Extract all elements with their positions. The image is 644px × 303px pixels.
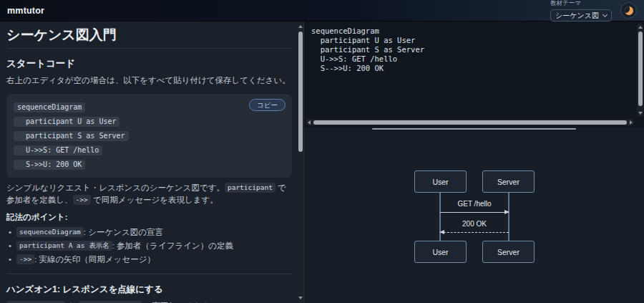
handson1-heading: ハンズオン1: レスポンスを点線にする <box>6 284 292 296</box>
main-layout: シーケンス図入門 スタートコード 右上のエディタが空の場合は、以下をすべて貼り付… <box>0 21 644 303</box>
list-item: sequenceDiagram: シーケンス図の宣言 <box>6 227 292 238</box>
actor-box-user-top: User <box>414 170 467 193</box>
arrowhead-left-icon <box>439 230 444 234</box>
code-line: participant S as Server <box>14 129 285 142</box>
points-list: sequenceDiagram: シーケンス図の宣言 participant A… <box>6 227 292 265</box>
theme-select[interactable]: シーケンス図 <box>550 9 612 21</box>
app-window: mmtutor 教材テーマ シーケンス図 シーケンス図入門 スタートコード 右上… <box>0 0 644 303</box>
code-editor[interactable]: sequenceDiagram participant U as User pa… <box>304 21 644 127</box>
actor-box-user-bottom: User <box>414 241 467 263</box>
list-item: ->>: 実線の矢印（同期メッセージ） <box>6 254 292 265</box>
text-segment: : 参加者（ライフライン）の定義 <box>112 241 233 250</box>
chevron-down-icon <box>602 11 608 16</box>
code-line: S->>U: 200 OK <box>14 158 285 170</box>
start-code-heading: スタートコード <box>6 57 292 70</box>
message-label-request: GET /hello <box>440 200 509 208</box>
lesson-scrollbar-vertical[interactable] <box>297 23 303 302</box>
actor-box-server-bottom: Server <box>482 241 535 263</box>
inline-code: ->> <box>16 254 34 264</box>
inline-code: participant A as 表示名 <box>16 241 112 251</box>
resize-grip-icon <box>372 128 576 130</box>
scroll-right-icon[interactable] <box>630 120 633 125</box>
dark-mode-toggle[interactable] <box>620 2 637 19</box>
code-line: sequenceDiagram <box>14 100 285 113</box>
message-arrow-dashed <box>440 232 509 233</box>
actor-box-server-top: Server <box>482 170 535 193</box>
diagram-preview: User Server GET /hello 200 OK User Serve… <box>304 131 644 303</box>
message-arrow-solid <box>440 212 509 213</box>
start-code-block: コピー sequenceDiagram participant U as Use… <box>6 94 292 178</box>
app-header: mmtutor 教材テーマ シーケンス図 <box>0 0 644 21</box>
scroll-down-icon[interactable] <box>298 297 303 299</box>
code-line-text: U->>S: GET /hello <box>14 145 102 155</box>
editor-content[interactable]: sequenceDiagram participant U as User pa… <box>304 21 644 78</box>
scroll-left-icon[interactable] <box>308 120 311 125</box>
text-segment: : シーケンス図の宣言 <box>84 228 163 236</box>
start-code-desc: 右上のエディタが空の場合は、以下をすべて貼り付けて保存してください。 <box>6 74 292 87</box>
scroll-down-icon[interactable] <box>638 112 643 115</box>
scrollbar-thumb[interactable] <box>313 120 627 125</box>
code-line-text: participant S as Server <box>14 131 129 141</box>
message-label-response: 200 OK <box>440 220 509 228</box>
theme-select-label: 教材テーマ <box>550 0 612 8</box>
scroll-up-icon[interactable] <box>298 25 303 28</box>
scrollbar-thumb[interactable] <box>638 32 643 106</box>
scrollbar-thumb[interactable] <box>298 32 303 152</box>
editor-preview-panel: sequenceDiagram participant U as User pa… <box>303 21 644 303</box>
editor-scrollbar-horizontal[interactable] <box>306 119 634 125</box>
header-controls: 教材テーマ シーケンス図 <box>550 0 637 21</box>
text-segment: シンプルなリクエスト・レスポンスのシーケンス図です。 <box>6 183 225 192</box>
start-code-explanation: シンプルなリクエスト・レスポンスのシーケンス図です。participant で参… <box>6 182 292 206</box>
text-segment: : 実線の矢印（同期メッセージ） <box>34 255 155 264</box>
theme-select-value: シーケンス図 <box>555 11 599 21</box>
points-heading: 記法のポイント: <box>6 212 292 223</box>
code-line: participant U as User <box>14 115 285 128</box>
scroll-up-icon[interactable] <box>638 26 643 29</box>
code-line: U->>S: GET /hello <box>14 143 285 156</box>
moon-icon <box>623 5 634 16</box>
page-title: シーケンス図入門 <box>6 27 292 49</box>
handson1-step: S->>U: 200 OK を S-->>U: 200 OK に変更してください… <box>6 300 292 303</box>
editor-scrollbar-vertical[interactable] <box>637 24 643 117</box>
text-segment: で同期メッセージを表現します。 <box>91 196 218 204</box>
app-logo: mmtutor <box>7 6 44 16</box>
lesson-panel: シーケンス図入門 スタートコード 右上のエディタが空の場合は、以下をすべて貼り付… <box>0 21 303 303</box>
lesson-content: シーケンス図入門 スタートコード 右上のエディタが空の場合は、以下をすべて貼り付… <box>0 21 303 303</box>
code-line-text: participant U as User <box>14 117 119 127</box>
arrowhead-right-icon <box>504 210 509 214</box>
inline-code: participant <box>225 183 275 193</box>
sequence-diagram: User Server GET /hello 200 OK User Serve… <box>414 170 535 264</box>
code-line-text: S->>U: 200 OK <box>14 160 85 170</box>
inline-code: sequenceDiagram <box>16 227 84 237</box>
inline-code: ->> <box>73 195 91 205</box>
section-divider <box>6 274 292 274</box>
code-line-text: sequenceDiagram <box>14 102 85 112</box>
list-item: participant A as 表示名: 参加者（ライフライン）の定義 <box>6 241 292 251</box>
theme-selector-group: 教材テーマ シーケンス図 <box>550 0 612 21</box>
copy-button[interactable]: コピー <box>249 99 286 111</box>
